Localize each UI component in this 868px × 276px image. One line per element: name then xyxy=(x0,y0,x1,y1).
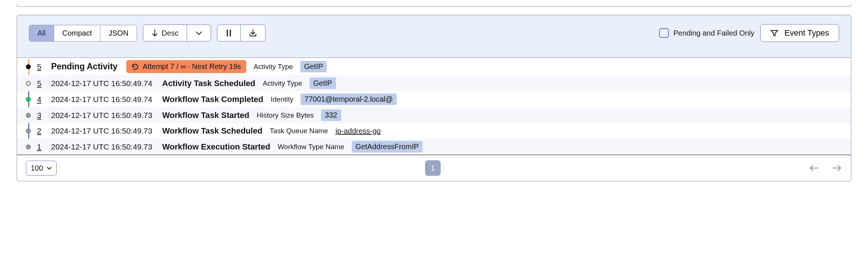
checkbox-icon xyxy=(659,28,669,38)
event-attr-label: Task Queue Name xyxy=(270,127,328,135)
download-button[interactable] xyxy=(241,24,266,42)
timeline-dot xyxy=(26,81,31,86)
event-name: Activity Task Scheduled xyxy=(162,79,255,88)
retry-pill: Attempt 7 / ∞ · Next Retry 19s xyxy=(126,60,246,73)
event-id-link[interactable]: 4 xyxy=(37,95,44,104)
pending-failed-filter[interactable]: Pending and Failed Only xyxy=(659,28,754,38)
sort-group: Desc xyxy=(143,24,211,42)
event-types-filter[interactable]: Event Types xyxy=(760,24,839,42)
event-timestamp: 2024-12-17 UTC 16:50:49.74 xyxy=(51,79,155,88)
timeline-dot xyxy=(26,113,31,118)
view-all-button[interactable]: All xyxy=(29,25,54,41)
event-row[interactable]: 42024-12-17 UTC 16:50:49.74Workflow Task… xyxy=(17,91,851,107)
filter-icon xyxy=(770,29,778,37)
event-timestamp: 2024-12-17 UTC 16:50:49.73 xyxy=(51,142,155,151)
previous-panel-edge xyxy=(17,4,851,7)
view-mode-segmented: All Compact JSON xyxy=(29,25,137,42)
timeline-dot xyxy=(26,97,31,102)
pending-title: Pending Activity xyxy=(51,62,117,72)
event-row[interactable]: 22024-12-17 UTC 16:50:49.73Workflow Task… xyxy=(17,123,851,139)
event-name: Workflow Task Started xyxy=(162,111,249,120)
event-id-link[interactable]: 5 xyxy=(37,62,44,71)
page-size-select[interactable]: 100 xyxy=(26,161,57,176)
download-icon xyxy=(249,29,257,37)
pagination-arrows xyxy=(809,164,842,172)
event-row[interactable]: 12024-12-17 UTC 16:50:49.73Workflow Exec… xyxy=(17,139,851,155)
event-name: Workflow Execution Started xyxy=(162,142,270,152)
sort-desc-button[interactable]: Desc xyxy=(143,24,187,42)
event-id-link[interactable]: 5 xyxy=(37,79,44,88)
event-attr-value: 77001@temporal-2.local@ xyxy=(301,93,397,105)
event-row[interactable]: 52024-12-17 UTC 16:50:49.74Activity Task… xyxy=(17,75,851,91)
view-json-button[interactable]: JSON xyxy=(100,25,136,41)
arrow-down-icon xyxy=(151,29,158,37)
event-attr-value[interactable]: ip-address-go xyxy=(335,127,381,135)
timeline-dot xyxy=(26,144,31,149)
event-types-label: Event Types xyxy=(784,28,829,38)
pause-button[interactable] xyxy=(217,24,241,42)
events-list: 5 Pending Activity Attempt 7 / ∞ · Next … xyxy=(17,58,851,155)
events-footer: 100 1 xyxy=(17,155,851,181)
sort-label: Desc xyxy=(162,29,179,37)
pending-activity-row[interactable]: 5 Pending Activity Attempt 7 / ∞ · Next … xyxy=(17,58,851,75)
chevron-down-icon xyxy=(47,166,52,170)
event-id-link[interactable]: 3 xyxy=(37,111,44,120)
event-id-link[interactable]: 2 xyxy=(37,126,44,135)
event-timestamp: 2024-12-17 UTC 16:50:49.73 xyxy=(51,126,155,135)
svg-marker-4 xyxy=(771,30,778,36)
event-row[interactable]: 32024-12-17 UTC 16:50:49.73Workflow Task… xyxy=(17,107,851,123)
event-id-link[interactable]: 1 xyxy=(37,142,44,151)
event-timestamp: 2024-12-17 UTC 16:50:49.74 xyxy=(51,95,155,104)
event-attr-value: GetAddressFromIP xyxy=(352,141,423,152)
page-size-value: 100 xyxy=(31,164,43,172)
event-attr-label: Activity Type xyxy=(263,79,302,88)
view-compact-button[interactable]: Compact xyxy=(54,25,100,41)
chevron-down-icon xyxy=(195,30,203,36)
page-number[interactable]: 1 xyxy=(425,160,441,176)
next-page-button[interactable] xyxy=(832,164,842,172)
event-attr-value: GetIP xyxy=(300,61,327,72)
event-attr-label: Workflow Type Name xyxy=(278,143,344,151)
sort-menu-button[interactable] xyxy=(187,24,211,42)
event-attr-label: History Size Bytes xyxy=(257,111,314,119)
event-attr-label: Identity xyxy=(271,95,293,104)
event-name: Workflow Task Scheduled xyxy=(162,126,263,136)
timeline-dot xyxy=(26,129,31,134)
pending-failed-label: Pending and Failed Only xyxy=(673,29,754,37)
event-name: Workflow Task Completed xyxy=(162,95,263,104)
event-timestamp: 2024-12-17 UTC 16:50:49.73 xyxy=(51,111,155,120)
timeline-dot-pending xyxy=(26,64,31,69)
events-toolbar: All Compact JSON Desc xyxy=(17,15,851,58)
event-attr-value: GetIP xyxy=(310,78,336,89)
pause-icon xyxy=(226,29,232,37)
event-attr-value: 332 xyxy=(321,109,341,121)
retry-pill-text: Attempt 7 / ∞ · Next Retry 19s xyxy=(143,62,241,71)
event-attr-label: Activity Type xyxy=(254,63,293,71)
prev-page-button[interactable] xyxy=(809,164,819,172)
retry-icon xyxy=(131,63,139,70)
stream-controls xyxy=(217,24,266,42)
